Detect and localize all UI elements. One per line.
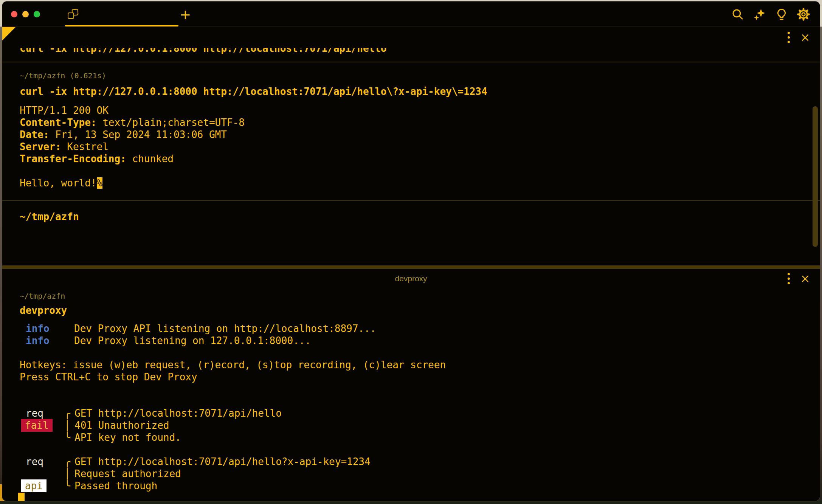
- wallpaper-detail: [0, 501, 822, 504]
- window-controls: [11, 11, 40, 17]
- zoom-window-button[interactable]: [34, 11, 40, 17]
- log-line: infoDev Proxy listening on 127.0.0.1:800…: [2, 335, 820, 347]
- block-directory-header: ~/tmp/azfn (0.621s): [2, 70, 820, 81]
- terminal-window: +: [2, 1, 820, 501]
- bracket-glyph: │: [64, 419, 74, 431]
- http-header-line: Server: Kestrel: [2, 141, 820, 153]
- bracket-glyph: ╭: [64, 407, 74, 419]
- command-line: devproxy: [2, 304, 820, 316]
- pane-header: [2, 27, 820, 48]
- active-tab-indicator: [65, 25, 178, 26]
- close-pane-icon[interactable]: [800, 274, 810, 284]
- pane-corner-flag: [2, 27, 16, 40]
- request-label: [20, 468, 26, 479]
- terminal-pane-top[interactable]: curl -ix http://127.0.0.1:8000 http://lo…: [2, 27, 820, 265]
- request-log-row: │ Request authorized: [2, 468, 820, 480]
- bracket-glyph: │: [64, 468, 74, 480]
- log-line: infoDev Proxy API listening on http://lo…: [2, 323, 820, 335]
- request-log-row: ╰ API key not found.: [2, 431, 820, 444]
- http-status-line: HTTP/1.1 200 OK: [2, 104, 820, 116]
- more-options-icon[interactable]: [786, 271, 791, 286]
- log-level-label: info: [20, 335, 74, 347]
- bracket-glyph: ╰: [64, 431, 74, 444]
- stop-hint: Press CTRL+C to stop Dev Proxy: [2, 371, 820, 383]
- log-level-label: info: [20, 323, 74, 335]
- terminal-scrollback: ~/tmp/azfn devproxy infoDev Proxy API li…: [2, 269, 820, 501]
- bracket-glyph: ╰: [64, 480, 74, 492]
- scrollbar-thumb[interactable]: [813, 106, 818, 247]
- fail-badge: fail: [21, 419, 53, 432]
- minimize-window-button[interactable]: [22, 11, 29, 17]
- request-log-row: api ╰ Passed through: [2, 480, 820, 492]
- tab-bar: +: [2, 2, 820, 27]
- terminal-cursor[interactable]: [18, 493, 25, 501]
- settings-gear-icon[interactable]: [797, 8, 810, 21]
- pane-header: devproxy: [2, 269, 820, 288]
- request-label: req: [20, 408, 43, 419]
- pane-divider[interactable]: [2, 265, 820, 269]
- api-badge: api: [21, 479, 47, 492]
- prompt-directory[interactable]: ~/tmp/azfn: [2, 211, 820, 223]
- command-line: curl -ix http://127.0.0.1:8000 http://lo…: [2, 85, 820, 98]
- close-pane-icon[interactable]: [800, 33, 810, 42]
- request-label: req: [20, 456, 43, 467]
- terminal-pane-bottom[interactable]: devproxy ~/tmp/azfn devproxy infoDev Pro…: [2, 269, 820, 501]
- tips-lightbulb-icon[interactable]: [775, 8, 788, 21]
- request-log-row: fail │ 401 Unauthorized: [2, 419, 820, 431]
- hotkeys-hint: Hotkeys: issue (w)eb request, (r)ecord, …: [2, 359, 820, 371]
- pane-title: devproxy: [2, 274, 820, 283]
- new-tab-button[interactable]: +: [177, 6, 194, 23]
- search-icon[interactable]: [731, 8, 744, 21]
- more-options-icon[interactable]: [786, 30, 791, 45]
- http-header-line: Transfer-Encoding: chunked: [2, 153, 820, 165]
- bracket-glyph: ╭: [64, 456, 74, 468]
- http-header-line: Date: Fri, 13 Sep 2024 11:03:06 GMT: [2, 129, 820, 141]
- clipped-command-line: curl -ix http://127.0.0.1:8000 http://lo…: [2, 48, 820, 54]
- request-log-row: req ╭ GET http://localhost:7071/api/hell…: [2, 407, 820, 419]
- no-newline-marker: %: [97, 177, 103, 189]
- close-window-button[interactable]: [11, 11, 17, 17]
- request-label: [20, 432, 26, 443]
- terminal-scrollback: curl -ix http://127.0.0.1:8000 http://lo…: [2, 27, 820, 265]
- response-body-line: Hello, world!%: [2, 177, 820, 189]
- request-log-row: req ╭ GET http://localhost:7071/api/hell…: [2, 456, 820, 468]
- block-directory-header: ~/tmp/azfn: [2, 291, 820, 301]
- ai-sparkles-icon[interactable]: [753, 8, 766, 21]
- http-header-line: Content-Type: text/plain;charset=UTF-8: [2, 116, 820, 129]
- active-tab[interactable]: [65, 14, 178, 26]
